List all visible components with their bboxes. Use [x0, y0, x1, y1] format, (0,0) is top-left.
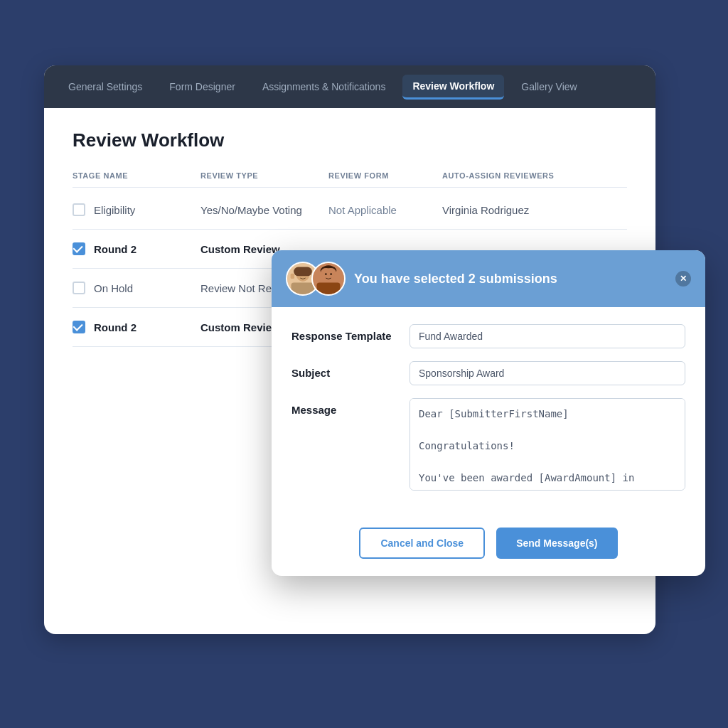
nav-assignments-notifications[interactable]: Assignments & Notifications: [252, 75, 396, 98]
review-form-eligibility: Not Applicable: [328, 204, 442, 216]
checkbox-round2-second[interactable]: [73, 321, 85, 333]
row-stage-eligibility: Eligibility: [73, 203, 200, 216]
svg-point-14: [330, 273, 332, 275]
avatar-group: [286, 262, 346, 296]
nav-bar: General Settings Form Designer Assignmen…: [44, 65, 655, 108]
response-template-label: Response Template: [291, 324, 398, 342]
svg-rect-7: [291, 274, 295, 279]
col-header-stage: STAGE NAME: [73, 171, 200, 180]
nav-form-designer[interactable]: Form Designer: [159, 75, 245, 98]
outer-wrapper: General Settings Form Designer Assignmen…: [30, 44, 698, 684]
modal-header-text: You have selected 2 submissions: [354, 272, 667, 287]
subject-label: Subject: [291, 361, 398, 379]
message-textarea[interactable]: [410, 398, 685, 491]
modal-send-message: You have selected 2 submissions ✕ Respon…: [272, 250, 705, 576]
svg-rect-6: [294, 267, 312, 277]
message-label: Message: [291, 398, 398, 416]
modal-body: Response Template Subject Message: [272, 307, 705, 520]
stage-name-round2-second: Round 2: [94, 321, 136, 333]
stage-name-eligibility: Eligibility: [94, 204, 135, 216]
modal-footer: Cancel and Close Send Message(s): [272, 520, 705, 576]
page-title: Review Workflow: [73, 129, 627, 151]
col-header-type: REVIEW TYPE: [200, 171, 328, 180]
cancel-close-button[interactable]: Cancel and Close: [359, 528, 485, 559]
response-template-input[interactable]: [410, 324, 685, 348]
col-header-form: REVIEW FORM: [328, 171, 442, 180]
table-header: STAGE NAME REVIEW TYPE REVIEW FORM AUTO-…: [73, 171, 627, 188]
nav-general-settings[interactable]: General Settings: [58, 75, 152, 98]
stage-name-round2-first: Round 2: [94, 243, 136, 255]
row-stage-round2-second: Round 2: [73, 321, 200, 333]
col-header-auto-assign: AUTO-ASSIGN REVIEWERS: [442, 171, 627, 180]
svg-rect-11: [317, 283, 341, 295]
send-message-button[interactable]: Send Message(s): [496, 528, 617, 559]
subject-input[interactable]: [410, 361, 685, 385]
checkbox-round2-first[interactable]: [73, 242, 85, 255]
avatar-woman: [311, 262, 346, 296]
checkbox-eligibility[interactable]: [73, 203, 85, 216]
stage-name-onhold: On Hold: [94, 282, 133, 294]
form-row-message: Message: [291, 398, 685, 491]
review-type-eligibility: Yes/No/Maybe Voting: [200, 204, 328, 216]
auto-assign-eligibility: Virginia Rodriguez: [442, 204, 627, 216]
nav-review-workflow[interactable]: Review Workflow: [402, 75, 504, 100]
form-row-subject: Subject: [291, 361, 685, 385]
form-row-response-template: Response Template: [291, 324, 685, 348]
svg-point-13: [325, 273, 327, 275]
checkbox-onhold[interactable]: [73, 282, 85, 294]
modal-header: You have selected 2 submissions ✕: [272, 250, 705, 307]
row-stage-onhold: On Hold: [73, 282, 200, 294]
modal-close-button[interactable]: ✕: [675, 271, 691, 287]
row-stage-round2-first: Round 2: [73, 242, 200, 255]
table-row: Eligibility Yes/No/Maybe Voting Not Appl…: [73, 191, 627, 230]
svg-rect-2: [291, 283, 315, 295]
nav-gallery-view[interactable]: Gallery View: [511, 75, 587, 98]
